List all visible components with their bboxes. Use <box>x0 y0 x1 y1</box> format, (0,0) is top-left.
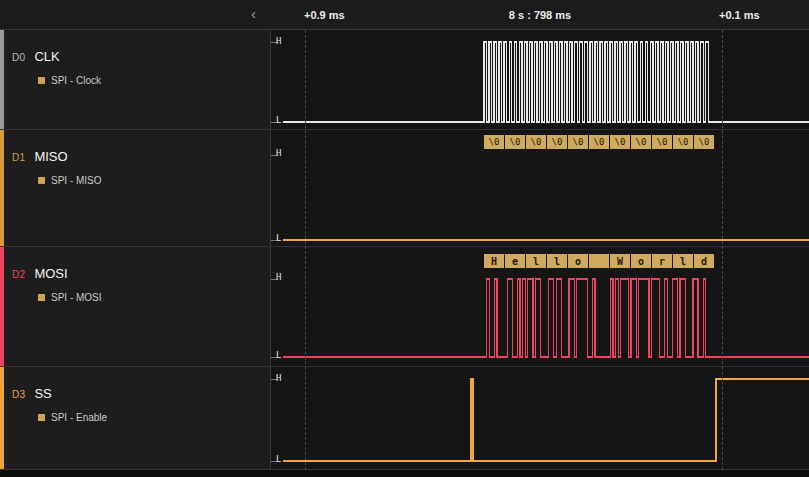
analyzer-bullet-icon <box>38 77 45 84</box>
channel-panel-ss[interactable]: D3 SS SPI - Enable <box>0 367 270 469</box>
high-level-label: H <box>276 148 281 158</box>
channel-name[interactable]: MOSI <box>34 266 67 281</box>
channel-color-stripe <box>0 247 4 366</box>
analyzer-label[interactable]: SPI - Clock <box>38 75 270 86</box>
decoded-byte-box[interactable]: \0 <box>694 135 714 149</box>
timeline-current-time: 8 s : 798 ms <box>509 9 571 21</box>
decoded-byte-box[interactable]: \0 <box>652 135 672 149</box>
decoded-char-cell[interactable]: l <box>673 254 693 268</box>
analyzer-name: SPI - MISO <box>51 175 102 186</box>
low-level-label: L <box>276 350 281 360</box>
channel-rows: D0 CLK SPI - Clock H L <box>0 30 809 470</box>
miso-decode-row: \0\0\0\0\0\0\0\0\0\0\0 <box>484 135 714 149</box>
collapse-sidebar-chevron-icon[interactable]: ‹ <box>251 6 256 22</box>
decoded-char-cell[interactable]: l <box>526 254 546 268</box>
high-level-label: H <box>276 373 281 383</box>
decoded-byte-box[interactable]: \0 <box>673 135 693 149</box>
logic-analyzer-app: ‹ +0.9 ms 8 s : 798 ms +0.1 ms D0 CLK SP… <box>0 0 809 477</box>
channel-row-ss: D3 SS SPI - Enable H L <box>0 367 809 470</box>
analyzer-bullet-icon <box>38 294 45 301</box>
analyzer-name: SPI - MOSI <box>51 292 102 303</box>
decoded-char-cell[interactable]: r <box>652 254 672 268</box>
channel-row-clk: D0 CLK SPI - Clock H L <box>0 30 809 130</box>
bottom-scroll-strip[interactable] <box>0 470 809 477</box>
decoded-char-cell[interactable]: l <box>547 254 567 268</box>
channel-id: D0 <box>12 52 25 63</box>
channel-row-mosi: D2 MOSI SPI - MOSI Hello World H L <box>0 247 809 367</box>
high-level-label: H <box>276 36 281 46</box>
decoded-char-cell[interactable]: W <box>610 254 630 268</box>
analyzer-label[interactable]: SPI - MOSI <box>38 292 270 303</box>
low-level-label: L <box>276 454 281 464</box>
analyzer-name: SPI - Enable <box>51 412 107 423</box>
channel-id: D3 <box>12 389 25 400</box>
decoded-char-cell[interactable]: d <box>694 254 714 268</box>
analyzer-name: SPI - Clock <box>51 75 101 86</box>
channel-color-stripe <box>0 30 4 129</box>
decoded-char-cell[interactable] <box>589 254 609 268</box>
decoded-char-cell[interactable]: e <box>505 254 525 268</box>
clk-waveform-path <box>283 42 809 122</box>
channel-color-stripe <box>0 130 4 246</box>
channel-row-miso: D1 MISO SPI - MISO \0\0\0\0\0\0\0\0\0\0\… <box>0 130 809 247</box>
channel-name[interactable]: MISO <box>34 149 67 164</box>
channel-id: D2 <box>12 269 25 280</box>
decoded-byte-box[interactable]: \0 <box>505 135 525 149</box>
decoded-byte-box[interactable]: \0 <box>631 135 651 149</box>
timeline-right-offset: +0.1 ms <box>719 9 760 21</box>
decoded-byte-box[interactable]: \0 <box>547 135 567 149</box>
low-level-label: L <box>276 115 281 125</box>
analyzer-label[interactable]: SPI - MISO <box>38 175 270 186</box>
channel-name[interactable]: CLK <box>34 49 59 64</box>
channel-panel-miso[interactable]: D1 MISO SPI - MISO <box>0 130 270 246</box>
channel-id: D1 <box>12 152 25 163</box>
channel-panel-mosi[interactable]: D2 MOSI SPI - MOSI <box>0 247 270 366</box>
analyzer-bullet-icon <box>38 177 45 184</box>
decoded-byte-box[interactable]: \0 <box>526 135 546 149</box>
ss-waveform-path <box>283 379 809 461</box>
low-level-label: L <box>276 233 281 243</box>
timeline-left-offset: +0.9 ms <box>304 9 345 21</box>
decoded-char-cell[interactable]: o <box>568 254 588 268</box>
high-level-label: H <box>276 272 281 282</box>
decoded-byte-box[interactable]: \0 <box>484 135 504 149</box>
waveform-area-mosi[interactable]: Hello World H L <box>270 247 809 366</box>
channel-name[interactable]: SS <box>34 386 51 401</box>
waveform-area-miso[interactable]: \0\0\0\0\0\0\0\0\0\0\0 H L <box>270 130 809 246</box>
channel-panel-clk[interactable]: D0 CLK SPI - Clock <box>0 30 270 129</box>
decoded-byte-box[interactable]: \0 <box>610 135 630 149</box>
analyzer-bullet-icon <box>38 414 45 421</box>
decoded-byte-box[interactable]: \0 <box>568 135 588 149</box>
timeline-header[interactable]: ‹ +0.9 ms 8 s : 798 ms +0.1 ms <box>0 0 809 30</box>
decoded-char-cell[interactable]: o <box>631 254 651 268</box>
waveform-area-ss[interactable]: H L <box>270 367 809 469</box>
decoded-char-cell[interactable]: H <box>484 254 504 268</box>
mosi-waveform-path <box>283 279 809 357</box>
decoded-byte-box[interactable]: \0 <box>589 135 609 149</box>
waveform-area-clk[interactable]: H L <box>270 30 809 129</box>
channel-color-stripe <box>0 367 4 469</box>
mosi-decode-row: Hello World <box>484 254 714 268</box>
analyzer-label[interactable]: SPI - Enable <box>38 412 270 423</box>
